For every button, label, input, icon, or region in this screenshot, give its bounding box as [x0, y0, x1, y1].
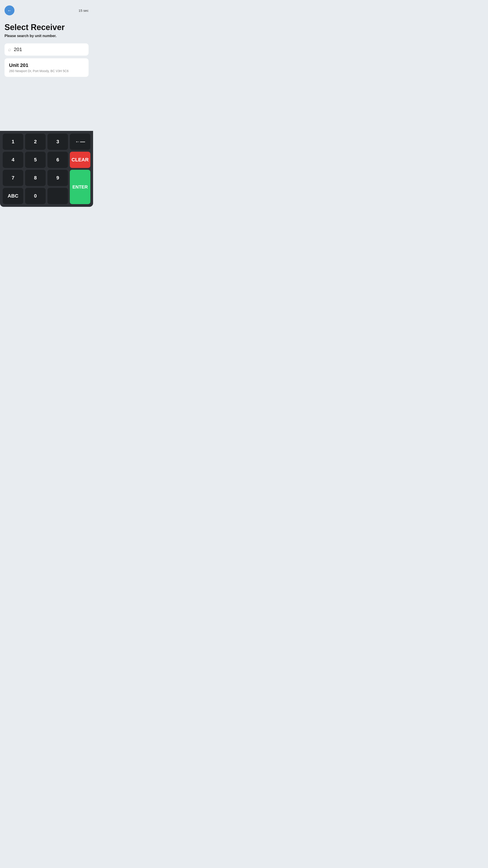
- enter-button[interactable]: ENTER: [70, 170, 90, 204]
- search-value: 201: [14, 46, 22, 53]
- key-4[interactable]: 4: [3, 152, 23, 168]
- key-6[interactable]: 6: [47, 152, 68, 168]
- search-box[interactable]: ⌕ 201: [4, 43, 89, 56]
- key-abc[interactable]: ABC: [3, 188, 23, 204]
- header: ← 15 sec: [4, 5, 89, 16]
- key-2[interactable]: 2: [25, 133, 46, 150]
- page-subtitle: Please search by unit number.: [4, 34, 89, 38]
- result-unit: Unit 201: [9, 62, 84, 68]
- result-card[interactable]: Unit 201 260 Newport Dr, Port Moody, BC …: [4, 58, 89, 77]
- page-title: Select Receiver: [4, 23, 89, 32]
- key-backspace[interactable]: ←—: [70, 133, 90, 150]
- keyboard: 1 2 3 ←— 4 5 6 CLEAR 7 8 9 ENTER ABC 0: [0, 131, 93, 207]
- key-1[interactable]: 1: [3, 133, 23, 150]
- key-7[interactable]: 7: [3, 170, 23, 186]
- key-5[interactable]: 5: [25, 152, 46, 168]
- timer: 15 sec: [78, 8, 89, 12]
- key-8[interactable]: 8: [25, 170, 46, 186]
- result-address: 260 Newport Dr, Port Moody, BC V3H 5C6: [9, 69, 84, 73]
- main-content: ← 15 sec Select Receiver Please search b…: [0, 0, 93, 131]
- key-empty: [47, 188, 68, 204]
- key-0[interactable]: 0: [25, 188, 46, 204]
- key-9[interactable]: 9: [47, 170, 68, 186]
- back-button[interactable]: ←: [4, 5, 14, 16]
- clear-button[interactable]: CLEAR: [70, 152, 90, 168]
- key-3[interactable]: 3: [47, 133, 68, 150]
- search-icon: ⌕: [8, 47, 11, 52]
